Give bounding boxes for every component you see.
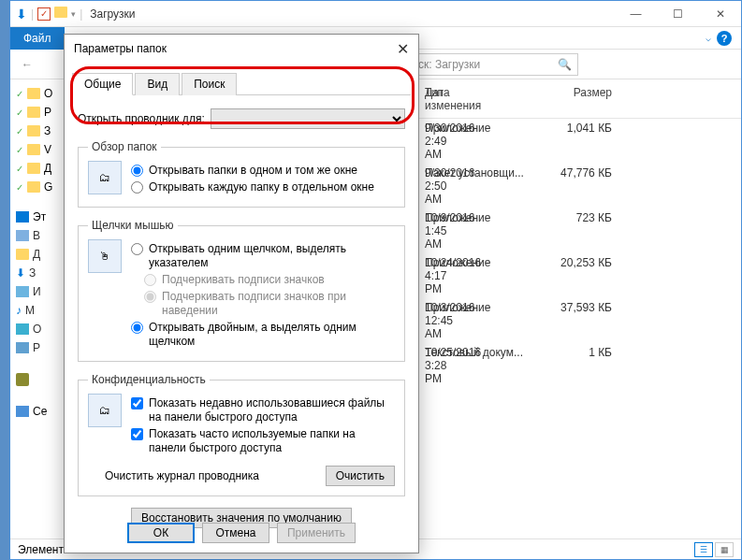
file-tab[interactable]: Файл [10, 27, 65, 50]
recent-files-checkbox[interactable] [131, 397, 143, 409]
file-size: 47,776 КБ [546, 166, 631, 206]
single-click-radio[interactable] [131, 243, 143, 255]
tab-search[interactable]: Поиск [182, 73, 237, 95]
music-icon: ♪ [16, 304, 22, 317]
underline-always-label: Подчеркивать подписи значков [162, 273, 325, 287]
privacy-icon: 🗂 [88, 394, 122, 427]
file-size: 1,041 КБ [546, 122, 631, 161]
separator-icon: | [80, 7, 82, 21]
search-input[interactable]: Поиск: Загрузки 🔍 [391, 53, 578, 76]
file-type: Приложение [425, 122, 546, 161]
check-icon: ✓ [16, 126, 23, 136]
folder-options-dialog: Параметры папок ✕ Общие Вид Поиск Открыт… [64, 34, 419, 553]
folder-icon [27, 88, 40, 99]
ok-button[interactable]: ОК [127, 523, 195, 543]
check-icon: ✓ [16, 182, 23, 193]
dialog-buttons: ОК Отмена Применить [65, 523, 418, 543]
tab-view[interactable]: Вид [135, 73, 180, 95]
dropdown-icon[interactable]: ▾ [71, 9, 76, 19]
file-type: Приложение [425, 211, 546, 251]
clear-label: Очистить журнал проводника [105, 469, 326, 482]
privacy-legend: Конфиденциальность [88, 373, 210, 386]
file-size: 1 КБ [546, 346, 631, 385]
folder-icon [27, 107, 40, 118]
same-window-label: Открывать папки в одном и том же окне [149, 164, 357, 178]
separator-icon: | [31, 7, 34, 21]
download-icon: ⬇ [16, 266, 25, 280]
dialog-title: Параметры папок [74, 42, 167, 55]
check-icon: ✓ [16, 89, 23, 99]
click-items-icon: 🖱 [88, 239, 122, 273]
download-icon: ⬇ [16, 7, 27, 22]
browse-folders-icon: 🗂 [88, 161, 122, 194]
check-icon: ✓ [16, 164, 23, 174]
click-items-group: Щелчки мышью 🖱 Открывать одним щелчком, … [78, 219, 405, 362]
status-text: Элементь [18, 543, 69, 556]
open-for-select[interactable] [211, 108, 405, 129]
frequent-folders-label: Показать часто используемые папки на пан… [149, 427, 395, 455]
cancel-button[interactable]: Отмена [202, 523, 269, 543]
pc-icon [16, 211, 29, 223]
help-icon[interactable]: ? [717, 31, 732, 46]
recent-files-label: Показать недавно использовавшиеся файлы … [149, 396, 395, 424]
click-items-legend: Щелчки мышью [88, 219, 178, 232]
folder-icon [27, 144, 40, 155]
browse-folders-group: Обзор папок 🗂 Открывать папки в одном и … [78, 140, 405, 208]
tab-general[interactable]: Общие [72, 73, 133, 95]
browse-folders-legend: Обзор папок [88, 140, 161, 153]
checkbox-icon[interactable]: ✓ [37, 7, 51, 21]
ribbon-collapse-icon[interactable]: ⌵ [706, 33, 711, 43]
drive-icon [16, 230, 29, 241]
minimize-button[interactable]: — [615, 1, 657, 27]
file-type: Пакет установщи... [425, 166, 546, 206]
file-size: 37,593 КБ [546, 301, 631, 340]
3d-icon [16, 323, 29, 335]
network-icon [16, 406, 29, 417]
desktop-icon [16, 342, 29, 353]
double-click-radio[interactable] [131, 322, 143, 334]
file-size: 723 КБ [546, 211, 631, 251]
new-window-radio[interactable] [131, 181, 143, 194]
same-window-radio[interactable] [131, 165, 143, 177]
view-thumbnails-icon[interactable]: ▦ [715, 542, 734, 557]
folder-icon [27, 125, 40, 136]
window-title: Загрузки [90, 7, 135, 21]
frequent-folders-checkbox[interactable] [131, 428, 143, 440]
dialog-titlebar: Параметры папок ✕ [65, 35, 418, 63]
underline-always-radio [144, 274, 156, 286]
folder-icon [27, 163, 40, 174]
disk-icon [16, 373, 29, 386]
titlebar: ⬇ | ✓ ▾ | Загрузки — ☐ ✕ [10, 1, 741, 27]
image-icon [16, 286, 29, 297]
check-icon: ✓ [16, 145, 23, 155]
clear-button[interactable]: Очистить [326, 466, 395, 486]
file-type: Приложение [425, 301, 546, 340]
apply-button[interactable]: Применить [277, 523, 356, 543]
folder-icon [27, 181, 40, 193]
double-click-label: Открывать двойным, а выделять одним щелч… [149, 321, 395, 349]
maximize-button[interactable]: ☐ [657, 1, 699, 27]
check-icon: ✓ [16, 108, 23, 118]
file-size: 20,253 КБ [546, 256, 631, 295]
close-button[interactable]: ✕ [699, 1, 741, 27]
underline-hover-label: Подчеркивать подписи значков при наведен… [162, 290, 395, 318]
file-type: Приложение [425, 256, 546, 295]
dialog-tabs: Общие Вид Поиск [72, 72, 411, 95]
file-type: Текстовый докум... [425, 346, 546, 385]
dialog-close-button[interactable]: ✕ [397, 40, 409, 58]
view-details-icon[interactable]: ☰ [694, 542, 713, 557]
single-click-label: Открывать одним щелчком, выделять указат… [149, 242, 395, 270]
new-window-label: Открывать каждую папку в отдельном окне [149, 180, 374, 194]
folder-icon [16, 249, 29, 260]
dialog-body: Открыть проводник для: Обзор папок 🗂 Отк… [65, 95, 418, 547]
search-icon: 🔍 [558, 58, 572, 71]
col-size[interactable]: Размер [546, 86, 631, 112]
col-type[interactable]: Тип [425, 86, 546, 112]
back-button[interactable]: ← [16, 53, 38, 76]
underline-hover-radio [144, 291, 156, 303]
open-for-label: Открыть проводник для: [78, 112, 205, 125]
privacy-group: Конфиденциальность 🗂 Показать недавно ис… [78, 373, 405, 496]
folder-icon [54, 7, 67, 21]
